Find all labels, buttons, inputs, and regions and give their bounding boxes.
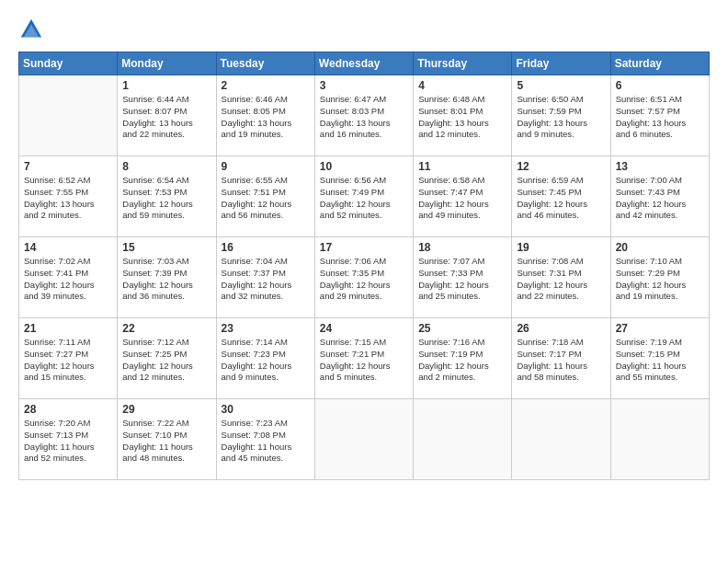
- col-sunday: Sunday: [19, 52, 118, 75]
- logo-area: [18, 17, 48, 42]
- col-saturday: Saturday: [610, 52, 709, 75]
- day-info: Sunrise: 6:47 AM Sunset: 8:03 PM Dayligh…: [320, 94, 408, 141]
- day-info: Sunrise: 7:10 AM Sunset: 7:29 PM Dayligh…: [616, 256, 704, 303]
- day-number: 19: [517, 241, 605, 254]
- day-info: Sunrise: 6:48 AM Sunset: 8:01 PM Dayligh…: [418, 94, 506, 141]
- day-number: 13: [616, 160, 704, 173]
- day-number: 17: [320, 241, 408, 254]
- calendar-cell: 13Sunrise: 7:00 AM Sunset: 7:43 PM Dayli…: [610, 156, 709, 237]
- day-info: Sunrise: 7:16 AM Sunset: 7:19 PM Dayligh…: [418, 337, 506, 384]
- day-info: Sunrise: 7:19 AM Sunset: 7:15 PM Dayligh…: [616, 337, 704, 384]
- calendar-cell: 5Sunrise: 6:50 AM Sunset: 7:59 PM Daylig…: [512, 75, 610, 156]
- calendar-cell: 3Sunrise: 6:47 AM Sunset: 8:03 PM Daylig…: [314, 75, 413, 156]
- day-number: 3: [320, 79, 408, 92]
- day-number: 4: [418, 79, 506, 92]
- day-number: 22: [122, 322, 210, 335]
- calendar-cell: 17Sunrise: 7:06 AM Sunset: 7:35 PM Dayli…: [314, 237, 413, 318]
- day-info: Sunrise: 6:58 AM Sunset: 7:47 PM Dayligh…: [418, 175, 506, 222]
- calendar-cell: 4Sunrise: 6:48 AM Sunset: 8:01 PM Daylig…: [414, 75, 512, 156]
- day-info: Sunrise: 7:07 AM Sunset: 7:33 PM Dayligh…: [418, 256, 506, 303]
- day-number: 9: [222, 160, 310, 173]
- day-info: Sunrise: 6:51 AM Sunset: 7:57 PM Dayligh…: [616, 94, 704, 141]
- day-number: 28: [24, 403, 112, 416]
- calendar-table: Sunday Monday Tuesday Wednesday Thursday…: [18, 52, 710, 480]
- calendar-cell: 25Sunrise: 7:16 AM Sunset: 7:19 PM Dayli…: [414, 318, 512, 399]
- calendar-cell: 16Sunrise: 7:04 AM Sunset: 7:37 PM Dayli…: [216, 237, 314, 318]
- header: [18, 17, 710, 42]
- day-info: Sunrise: 6:54 AM Sunset: 7:53 PM Dayligh…: [122, 175, 210, 222]
- calendar-week-row: 7Sunrise: 6:52 AM Sunset: 7:55 PM Daylig…: [19, 156, 710, 237]
- day-info: Sunrise: 7:15 AM Sunset: 7:21 PM Dayligh…: [320, 337, 408, 384]
- col-wednesday: Wednesday: [314, 52, 413, 75]
- col-monday: Monday: [118, 52, 216, 75]
- day-number: 5: [517, 79, 605, 92]
- calendar-cell: 6Sunrise: 6:51 AM Sunset: 7:57 PM Daylig…: [610, 75, 709, 156]
- day-info: Sunrise: 7:04 AM Sunset: 7:37 PM Dayligh…: [222, 256, 310, 303]
- calendar-cell: [414, 399, 512, 480]
- calendar-cell: 2Sunrise: 6:46 AM Sunset: 8:05 PM Daylig…: [216, 75, 314, 156]
- day-number: 15: [122, 241, 210, 254]
- day-number: 1: [122, 79, 210, 92]
- day-number: 6: [616, 79, 704, 92]
- day-number: 2: [222, 79, 310, 92]
- day-number: 29: [122, 403, 210, 416]
- day-info: Sunrise: 6:55 AM Sunset: 7:51 PM Dayligh…: [222, 175, 310, 222]
- day-info: Sunrise: 6:46 AM Sunset: 8:05 PM Dayligh…: [222, 94, 310, 141]
- page: Sunday Monday Tuesday Wednesday Thursday…: [0, 0, 728, 489]
- day-number: 27: [616, 322, 704, 335]
- calendar-week-row: 14Sunrise: 7:02 AM Sunset: 7:41 PM Dayli…: [19, 237, 710, 318]
- calendar-cell: 18Sunrise: 7:07 AM Sunset: 7:33 PM Dayli…: [414, 237, 512, 318]
- calendar-week-row: 1Sunrise: 6:44 AM Sunset: 8:07 PM Daylig…: [19, 75, 710, 156]
- day-info: Sunrise: 6:44 AM Sunset: 8:07 PM Dayligh…: [122, 94, 210, 141]
- day-number: 16: [222, 241, 310, 254]
- calendar-cell: 11Sunrise: 6:58 AM Sunset: 7:47 PM Dayli…: [414, 156, 512, 237]
- day-number: 8: [122, 160, 210, 173]
- day-info: Sunrise: 7:18 AM Sunset: 7:17 PM Dayligh…: [517, 337, 605, 384]
- calendar-cell: [512, 399, 610, 480]
- calendar-cell: 19Sunrise: 7:08 AM Sunset: 7:31 PM Dayli…: [512, 237, 610, 318]
- calendar-cell: 10Sunrise: 6:56 AM Sunset: 7:49 PM Dayli…: [314, 156, 413, 237]
- calendar-cell: 23Sunrise: 7:14 AM Sunset: 7:23 PM Dayli…: [216, 318, 314, 399]
- col-tuesday: Tuesday: [216, 52, 314, 75]
- day-info: Sunrise: 7:02 AM Sunset: 7:41 PM Dayligh…: [24, 256, 112, 303]
- day-info: Sunrise: 7:11 AM Sunset: 7:27 PM Dayligh…: [24, 337, 112, 384]
- day-number: 25: [418, 322, 506, 335]
- day-info: Sunrise: 6:56 AM Sunset: 7:49 PM Dayligh…: [320, 175, 408, 222]
- day-number: 14: [24, 241, 112, 254]
- calendar-cell: 26Sunrise: 7:18 AM Sunset: 7:17 PM Dayli…: [512, 318, 610, 399]
- day-number: 12: [517, 160, 605, 173]
- day-info: Sunrise: 7:03 AM Sunset: 7:39 PM Dayligh…: [122, 256, 210, 303]
- day-number: 23: [222, 322, 310, 335]
- day-number: 30: [222, 403, 310, 416]
- day-number: 7: [24, 160, 112, 173]
- day-info: Sunrise: 7:08 AM Sunset: 7:31 PM Dayligh…: [517, 256, 605, 303]
- calendar-cell: 29Sunrise: 7:22 AM Sunset: 7:10 PM Dayli…: [118, 399, 216, 480]
- calendar-cell: 21Sunrise: 7:11 AM Sunset: 7:27 PM Dayli…: [19, 318, 118, 399]
- day-info: Sunrise: 7:23 AM Sunset: 7:08 PM Dayligh…: [222, 418, 310, 465]
- calendar-header-row: Sunday Monday Tuesday Wednesday Thursday…: [19, 52, 710, 75]
- calendar-cell: 28Sunrise: 7:20 AM Sunset: 7:13 PM Dayli…: [19, 399, 118, 480]
- calendar-cell: 1Sunrise: 6:44 AM Sunset: 8:07 PM Daylig…: [118, 75, 216, 156]
- day-info: Sunrise: 7:14 AM Sunset: 7:23 PM Dayligh…: [222, 337, 310, 384]
- day-number: 21: [24, 322, 112, 335]
- calendar-cell: 22Sunrise: 7:12 AM Sunset: 7:25 PM Dayli…: [118, 318, 216, 399]
- calendar-cell: 15Sunrise: 7:03 AM Sunset: 7:39 PM Dayli…: [118, 237, 216, 318]
- logo-icon: [18, 17, 44, 42]
- calendar-cell: 7Sunrise: 6:52 AM Sunset: 7:55 PM Daylig…: [19, 156, 118, 237]
- calendar-cell: [19, 75, 118, 156]
- calendar-cell: 24Sunrise: 7:15 AM Sunset: 7:21 PM Dayli…: [314, 318, 413, 399]
- day-number: 26: [517, 322, 605, 335]
- day-info: Sunrise: 6:59 AM Sunset: 7:45 PM Dayligh…: [517, 175, 605, 222]
- day-info: Sunrise: 7:22 AM Sunset: 7:10 PM Dayligh…: [122, 418, 210, 465]
- day-number: 24: [320, 322, 408, 335]
- day-info: Sunrise: 7:00 AM Sunset: 7:43 PM Dayligh…: [616, 175, 704, 222]
- calendar-cell: 9Sunrise: 6:55 AM Sunset: 7:51 PM Daylig…: [216, 156, 314, 237]
- day-number: 10: [320, 160, 408, 173]
- calendar-cell: 20Sunrise: 7:10 AM Sunset: 7:29 PM Dayli…: [610, 237, 709, 318]
- calendar-cell: 27Sunrise: 7:19 AM Sunset: 7:15 PM Dayli…: [610, 318, 709, 399]
- calendar-cell: 8Sunrise: 6:54 AM Sunset: 7:53 PM Daylig…: [118, 156, 216, 237]
- day-info: Sunrise: 7:06 AM Sunset: 7:35 PM Dayligh…: [320, 256, 408, 303]
- day-info: Sunrise: 7:12 AM Sunset: 7:25 PM Dayligh…: [122, 337, 210, 384]
- calendar-week-row: 28Sunrise: 7:20 AM Sunset: 7:13 PM Dayli…: [19, 399, 710, 480]
- day-number: 18: [418, 241, 506, 254]
